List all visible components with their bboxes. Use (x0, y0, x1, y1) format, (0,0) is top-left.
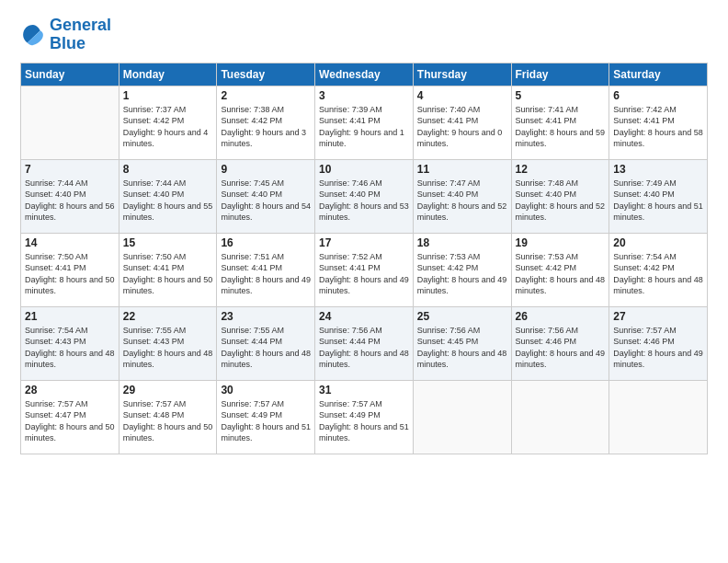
daylight: Daylight: 8 hours and 49 minutes. (221, 275, 311, 296)
daylight: Daylight: 8 hours and 49 minutes. (417, 275, 507, 296)
daylight: Daylight: 8 hours and 48 minutes. (221, 349, 311, 370)
logo-line2: Blue (50, 35, 111, 53)
day-info: Sunrise: 7:49 AMSunset: 4:40 PMDaylight:… (613, 178, 703, 224)
logo: General Blue (20, 17, 111, 53)
sunrise: Sunrise: 7:50 AM (123, 252, 187, 261)
daylight: Daylight: 8 hours and 55 minutes. (123, 201, 213, 223)
sunrise: Sunrise: 7:57 AM (25, 399, 88, 408)
daylight: Daylight: 8 hours and 48 minutes. (319, 349, 409, 370)
sunrise: Sunrise: 7:57 AM (221, 399, 284, 408)
calendar-cell: 2Sunrise: 7:38 AMSunset: 4:42 PMDaylight… (217, 86, 315, 159)
sunrise: Sunrise: 7:57 AM (319, 399, 382, 408)
sunset: Sunset: 4:47 PM (25, 410, 86, 419)
day-number: 26 (516, 310, 606, 323)
daylight: Daylight: 8 hours and 49 minutes. (613, 349, 703, 370)
sunrise: Sunrise: 7:55 AM (221, 326, 284, 335)
day-number: 21 (25, 310, 115, 323)
logo-text: General Blue (50, 17, 111, 53)
day-info: Sunrise: 7:57 AMSunset: 4:49 PMDaylight:… (319, 398, 409, 444)
calendar-cell: 20Sunrise: 7:54 AMSunset: 4:42 PMDayligh… (609, 233, 708, 306)
day-number: 3 (319, 89, 409, 102)
sunset: Sunset: 4:44 PM (319, 337, 381, 346)
sunrise: Sunrise: 7:47 AM (417, 178, 481, 188)
calendar-cell: 8Sunrise: 7:44 AMSunset: 4:40 PMDaylight… (119, 159, 217, 233)
daylight: Daylight: 8 hours and 50 minutes. (25, 275, 115, 296)
sunset: Sunset: 4:40 PM (25, 190, 86, 199)
day-number: 2 (221, 89, 311, 102)
day-number: 5 (516, 89, 606, 102)
calendar-cell: 9Sunrise: 7:45 AMSunset: 4:40 PMDaylight… (217, 159, 315, 233)
day-number: 29 (123, 384, 213, 396)
day-info: Sunrise: 7:46 AMSunset: 4:40 PMDaylight:… (319, 178, 409, 224)
calendar-cell (21, 86, 119, 159)
calendar-cell: 28Sunrise: 7:57 AMSunset: 4:47 PMDayligh… (21, 380, 119, 454)
sunrise: Sunrise: 7:50 AM (25, 252, 88, 261)
calendar-cell: 26Sunrise: 7:56 AMSunset: 4:46 PMDayligh… (511, 306, 609, 380)
day-number: 8 (123, 163, 213, 176)
day-info: Sunrise: 7:57 AMSunset: 4:46 PMDaylight:… (613, 325, 703, 371)
day-info: Sunrise: 7:53 AMSunset: 4:42 PMDaylight:… (417, 251, 507, 297)
sunrise: Sunrise: 7:53 AM (516, 252, 579, 261)
day-info: Sunrise: 7:48 AMSunset: 4:40 PMDaylight:… (516, 178, 606, 224)
day-info: Sunrise: 7:51 AMSunset: 4:41 PMDaylight:… (221, 251, 311, 297)
sunrise: Sunrise: 7:49 AM (613, 178, 677, 188)
day-info: Sunrise: 7:44 AMSunset: 4:40 PMDaylight:… (25, 178, 115, 224)
day-number: 16 (221, 236, 311, 249)
day-number: 30 (221, 384, 311, 396)
calendar-cell: 12Sunrise: 7:48 AMSunset: 4:40 PMDayligh… (511, 159, 609, 233)
daylight: Daylight: 8 hours and 49 minutes. (319, 275, 409, 296)
calendar-cell: 27Sunrise: 7:57 AMSunset: 4:46 PMDayligh… (609, 306, 708, 380)
day-number: 7 (25, 163, 115, 176)
sunrise: Sunrise: 7:41 AM (516, 105, 579, 114)
day-number: 17 (319, 236, 409, 249)
calendar-cell: 4Sunrise: 7:40 AMSunset: 4:41 PMDaylight… (413, 86, 511, 159)
calendar-cell: 19Sunrise: 7:53 AMSunset: 4:42 PMDayligh… (511, 233, 609, 306)
day-number: 27 (613, 310, 703, 323)
calendar-cell (511, 380, 609, 454)
day-number: 23 (221, 310, 311, 323)
day-info: Sunrise: 7:57 AMSunset: 4:48 PMDaylight:… (123, 398, 213, 444)
sunset: Sunset: 4:44 PM (221, 337, 282, 346)
sunrise: Sunrise: 7:54 AM (613, 252, 677, 261)
day-number: 9 (221, 163, 311, 176)
daylight: Daylight: 9 hours and 0 minutes. (417, 128, 503, 149)
day-number: 31 (319, 384, 409, 396)
sunset: Sunset: 4:41 PM (25, 263, 86, 272)
calendar-cell: 24Sunrise: 7:56 AMSunset: 4:44 PMDayligh… (315, 306, 414, 380)
day-info: Sunrise: 7:56 AMSunset: 4:45 PMDaylight:… (417, 325, 507, 371)
header: General Blue (20, 17, 708, 53)
sunrise: Sunrise: 7:38 AM (221, 105, 284, 114)
daylight: Daylight: 9 hours and 3 minutes. (221, 128, 306, 149)
sunset: Sunset: 4:42 PM (613, 263, 675, 272)
logo-line1: General (50, 17, 111, 35)
day-info: Sunrise: 7:44 AMSunset: 4:40 PMDaylight:… (123, 178, 213, 224)
sunset: Sunset: 4:42 PM (516, 263, 577, 272)
daylight: Daylight: 8 hours and 53 minutes. (319, 201, 409, 223)
sunset: Sunset: 4:41 PM (516, 116, 577, 125)
sunset: Sunset: 4:40 PM (516, 190, 577, 199)
sunset: Sunset: 4:40 PM (319, 190, 381, 199)
sunrise: Sunrise: 7:53 AM (417, 252, 481, 261)
day-info: Sunrise: 7:57 AMSunset: 4:49 PMDaylight:… (221, 398, 311, 444)
day-number: 25 (417, 310, 507, 323)
calendar-cell: 21Sunrise: 7:54 AMSunset: 4:43 PMDayligh… (21, 306, 119, 380)
day-info: Sunrise: 7:50 AMSunset: 4:41 PMDaylight:… (123, 251, 213, 297)
sunset: Sunset: 4:46 PM (516, 337, 577, 346)
calendar-cell: 3Sunrise: 7:39 AMSunset: 4:41 PMDaylight… (315, 86, 414, 159)
calendar-cell: 17Sunrise: 7:52 AMSunset: 4:41 PMDayligh… (315, 233, 414, 306)
sunset: Sunset: 4:43 PM (123, 337, 185, 346)
col-sunday: Sunday (21, 63, 119, 86)
calendar-cell: 7Sunrise: 7:44 AMSunset: 4:40 PMDaylight… (21, 159, 119, 233)
day-info: Sunrise: 7:56 AMSunset: 4:46 PMDaylight:… (516, 325, 606, 371)
sunset: Sunset: 4:40 PM (221, 190, 282, 199)
sunrise: Sunrise: 7:52 AM (319, 252, 382, 261)
sunset: Sunset: 4:41 PM (221, 263, 282, 272)
calendar-cell: 23Sunrise: 7:55 AMSunset: 4:44 PMDayligh… (217, 306, 315, 380)
sunrise: Sunrise: 7:39 AM (319, 105, 382, 114)
daylight: Daylight: 8 hours and 48 minutes. (516, 275, 606, 296)
calendar-week-2: 7Sunrise: 7:44 AMSunset: 4:40 PMDaylight… (21, 159, 708, 233)
calendar-cell: 14Sunrise: 7:50 AMSunset: 4:41 PMDayligh… (21, 233, 119, 306)
calendar-cell: 18Sunrise: 7:53 AMSunset: 4:42 PMDayligh… (413, 233, 511, 306)
day-info: Sunrise: 7:50 AMSunset: 4:41 PMDaylight:… (25, 251, 115, 297)
sunrise: Sunrise: 7:42 AM (613, 105, 677, 114)
